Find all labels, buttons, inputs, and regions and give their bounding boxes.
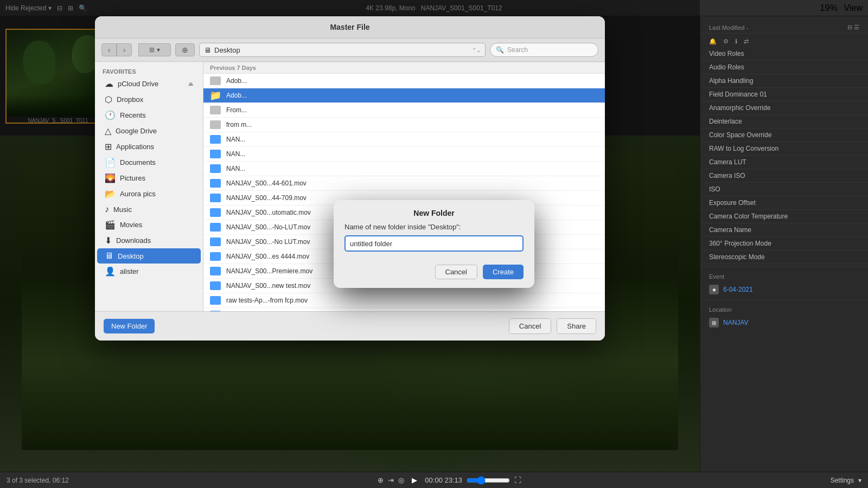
nfd-title: New Folder — [334, 200, 534, 223]
nfd-input[interactable] — [344, 235, 524, 252]
nfd-create-btn[interactable]: Create — [483, 265, 524, 279]
nfd-footer: Cancel Create — [334, 260, 534, 288]
nfd-label: Name of new folder inside "Desktop": — [344, 223, 524, 231]
nfd-body: Name of new folder inside "Desktop": — [334, 223, 534, 260]
nfd-cancel-btn[interactable]: Cancel — [435, 265, 477, 279]
new-folder-overlay: New Folder Name of new folder inside "De… — [0, 0, 868, 488]
new-folder-dialog: New Folder Name of new folder inside "De… — [334, 200, 534, 288]
